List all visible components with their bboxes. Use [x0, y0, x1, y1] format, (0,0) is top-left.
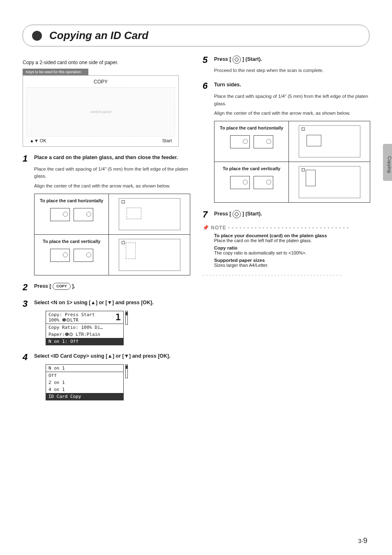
step-number: 4 — [23, 353, 30, 362]
scroll-indicator-icon — [125, 364, 128, 378]
id-card-icon — [50, 249, 70, 262]
step-5-heading: Press [ ] (Start). — [214, 56, 262, 65]
step-2-heading: Press [ COPY ]. — [34, 283, 75, 292]
control-panel-image: control panel — [26, 87, 175, 136]
id-card-icon — [74, 208, 93, 221]
bullet-icon — [32, 31, 42, 41]
lcd-option: Off — [46, 372, 123, 379]
card-placement-table-left: To place the card horizontally — [34, 194, 190, 275]
step-6-body-2: Align the center of the card with the ar… — [214, 110, 370, 117]
step-6-body-1: Place the card with spacing of 1/4" (5 m… — [214, 93, 370, 107]
scroll-indicator-icon — [125, 311, 128, 325]
intro-text: Copy a 2-sided card onto one side of pap… — [23, 60, 190, 65]
platen-figure — [299, 166, 360, 198]
panel-footer-nav: ▲▼ OK — [30, 138, 46, 143]
note-label: 📌 NOTE - - - - - - - - - - - - - - - - -… — [203, 225, 370, 231]
lcd-line: Copy: Press Start — [48, 312, 95, 317]
lcd-menu-n-on-1: N on 1 Off 2 on 1 4 on 1 ID Card Copy — [46, 364, 124, 400]
step-1-heading: Place a card on the platen glass, and th… — [34, 154, 178, 163]
control-panel-figure: COPY control panel ▲▼ OK Start — [23, 75, 179, 147]
side-tab: Copying — [383, 144, 392, 181]
lcd-line-selected: N on 1: Off — [46, 338, 123, 345]
section-title-bar: Copying an ID Card — [23, 25, 369, 46]
lcd-title: N on 1 — [46, 365, 123, 372]
page-number: 3-9 — [358, 536, 367, 545]
step-number: 7 — [203, 210, 210, 219]
step-1-body-1: Place the card with spacing of 1/4" (5 m… — [34, 166, 190, 180]
platen-figure — [299, 125, 360, 157]
note-h1: To place your document (card) on the pla… — [214, 233, 370, 238]
lcd-line: Paper:❶⏣ LTR:Plain — [46, 331, 123, 338]
lcd-menu-copy: Copy: Press Start 100% ❶⏣LTR 1 Copy Rati… — [46, 311, 124, 345]
copy-key[interactable]: COPY — [53, 283, 71, 290]
step-number: 5 — [203, 56, 210, 65]
note-content: To place your document (card) on the pla… — [214, 233, 370, 268]
note-t2: The copy ratio is automatically set to <… — [214, 250, 307, 255]
step-number: 3 — [23, 299, 30, 308]
step-number: 6 — [203, 81, 210, 90]
note-t3: Sizes larger than A4/Letter. — [214, 263, 268, 268]
lcd-option-selected: ID Card Copy — [46, 393, 123, 400]
id-card-icon — [50, 208, 70, 221]
note-h2: Copy ratio — [214, 245, 370, 250]
note-h3: Supported paper sizes — [214, 258, 370, 263]
lcd-copies-count: 1 — [115, 312, 121, 323]
id-card-icon — [74, 249, 93, 262]
id-card-icon — [254, 176, 273, 189]
step-1-body-2: Align the center of the card with the ar… — [34, 183, 190, 190]
id-card-icon — [230, 176, 250, 189]
lcd-line: Copy Ratio: 100% Di… — [46, 324, 123, 331]
panel-display-label: COPY — [26, 79, 175, 85]
step-number: 1 — [23, 154, 30, 163]
lcd-option: 4 on 1 — [46, 386, 123, 393]
row-label-vertical: To place the card vertically — [39, 239, 104, 244]
step-3-heading: Select <N on 1> using [▲] or [▼] and pre… — [34, 299, 154, 308]
step-5-body: Proceed to the next step when the scan i… — [214, 67, 370, 74]
note-t1: Place the card on the left half of the p… — [214, 238, 312, 243]
platen-figure — [119, 198, 180, 230]
card-placement-table-right: To place the card horizontally — [214, 121, 370, 203]
start-button-icon[interactable] — [233, 210, 241, 218]
row-label-vertical: To place the card vertically — [219, 166, 284, 171]
step-number: 2 — [23, 283, 30, 292]
step-7-heading: Press [ ] (Start). — [214, 210, 262, 219]
id-card-icon — [230, 135, 250, 148]
lcd-line: 100% ❶⏣LTR — [48, 317, 95, 323]
keys-banner: Keys to be used for this operation — [23, 69, 88, 75]
row-label-horizontal: To place the card horizontally — [39, 198, 104, 203]
row-label-horizontal: To place the card horizontally — [219, 125, 284, 130]
step-4-heading: Select <ID Card Copy> using [▲] or [▼] a… — [34, 353, 171, 362]
lcd-option: 2 on 1 — [46, 379, 123, 386]
start-button-icon[interactable] — [233, 56, 241, 64]
section-title: Copying an ID Card — [49, 29, 148, 42]
id-card-icon — [254, 135, 273, 148]
platen-figure — [119, 239, 180, 271]
note-end-rule: - - - - - - - - - - - - - - - - - - - - … — [203, 272, 370, 278]
step-6-heading: Turn sides. — [214, 81, 241, 90]
panel-footer-start: Start — [162, 138, 172, 143]
